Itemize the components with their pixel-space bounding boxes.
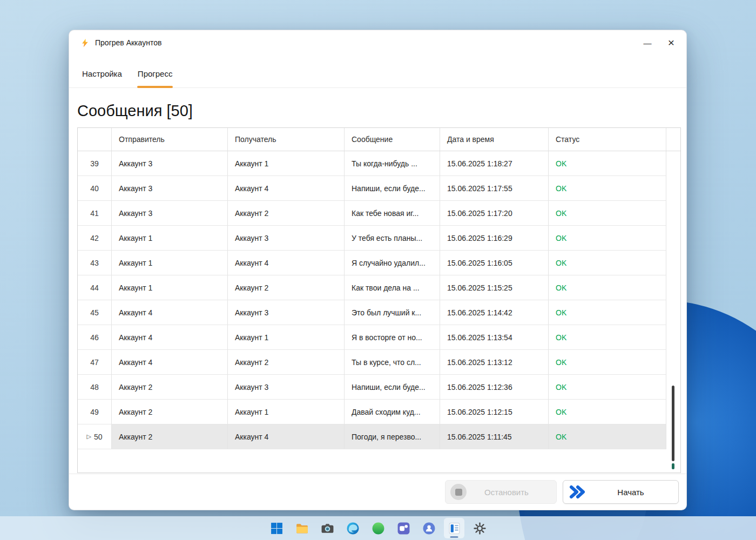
cell-datetime[interactable]: 15.06.2025 1:17:55	[440, 176, 549, 201]
cell-recipient[interactable]: Аккаунт 3	[228, 300, 345, 325]
table-row[interactable]: 45 Аккаунт 4 Аккаунт 3 Это был лучший к.…	[78, 300, 680, 325]
tab-settings[interactable]: Настройка	[82, 69, 123, 87]
row-number-cell[interactable]: 43	[78, 251, 112, 275]
cell-status[interactable]: OK	[549, 251, 666, 275]
cell-status[interactable]: OK	[549, 325, 666, 350]
cell-status[interactable]: OK	[549, 350, 666, 375]
start-taskbar-button[interactable]	[266, 518, 287, 538]
cell-message[interactable]: Как твои дела на ...	[345, 275, 440, 300]
table-row[interactable]: ▷ 50 Аккаунт 2 Аккаунт 4 Погоди, я перез…	[78, 424, 680, 449]
cell-message[interactable]: Я в восторге от но...	[345, 325, 440, 350]
row-number-cell[interactable]: 39	[78, 151, 112, 176]
cell-status[interactable]: OK	[549, 400, 666, 424]
cell-recipient[interactable]: Аккаунт 2	[228, 275, 345, 300]
cell-datetime[interactable]: 15.06.2025 1:15:25	[440, 275, 549, 300]
cell-status[interactable]: OK	[549, 300, 666, 325]
titlebar[interactable]: Прогрев Аккаунтов — ×	[69, 30, 686, 55]
cell-recipient[interactable]: Аккаунт 3	[228, 375, 345, 400]
row-number-cell[interactable]: 42	[78, 226, 112, 251]
cell-datetime[interactable]: 15.06.2025 1:16:05	[440, 251, 549, 275]
tab-progress[interactable]: Прогресс	[137, 69, 173, 87]
start-button[interactable]: Начать	[563, 480, 679, 504]
cell-recipient[interactable]: Аккаунт 1	[228, 325, 345, 350]
row-number-cell[interactable]: 47	[78, 350, 112, 375]
table-row[interactable]: 48 Аккаунт 2 Аккаунт 3 Напиши, если буде…	[78, 375, 680, 400]
header-cell-datetime[interactable]: Дата и время	[440, 128, 549, 151]
table-row[interactable]: 40 Аккаунт 3 Аккаунт 4 Напиши, если буде…	[78, 176, 680, 201]
cell-status[interactable]: OK	[549, 151, 666, 176]
cell-recipient[interactable]: Аккаунт 1	[228, 400, 345, 424]
cell-recipient[interactable]: Аккаунт 4	[228, 424, 345, 449]
cell-sender[interactable]: Аккаунт 4	[112, 350, 228, 375]
table-row[interactable]: 46 Аккаунт 4 Аккаунт 1 Я в восторге от н…	[78, 325, 680, 350]
cell-message[interactable]: Ты в курсе, что сл...	[345, 350, 440, 375]
cell-sender[interactable]: Аккаунт 3	[112, 151, 228, 176]
camera-button[interactable]	[317, 518, 338, 538]
table-row[interactable]: 39 Аккаунт 3 Аккаунт 1 Ты когда-нибудь .…	[78, 151, 680, 176]
cell-message[interactable]: Ты когда-нибудь ...	[345, 151, 440, 176]
table-row[interactable]: 47 Аккаунт 4 Аккаунт 2 Ты в курсе, что с…	[78, 350, 680, 375]
cell-message[interactable]: У тебя есть планы...	[345, 226, 440, 251]
cell-datetime[interactable]: 15.06.2025 1:17:20	[440, 201, 549, 226]
cell-datetime[interactable]: 15.06.2025 1:14:42	[440, 300, 549, 325]
minimize-button[interactable]: —	[636, 30, 659, 55]
cell-sender[interactable]: Аккаунт 1	[112, 226, 228, 251]
cell-status[interactable]: OK	[549, 176, 666, 201]
people-app-button[interactable]	[418, 518, 439, 538]
table-row[interactable]: 41 Аккаунт 3 Аккаунт 2 Как тебе новая иг…	[78, 201, 680, 226]
cell-message[interactable]: Давай сходим куд...	[345, 400, 440, 424]
cell-sender[interactable]: Аккаунт 3	[112, 176, 228, 201]
row-number-cell[interactable]: 48	[78, 375, 112, 400]
row-number-cell[interactable]: 40	[78, 176, 112, 201]
cell-message[interactable]: Я случайно удалил...	[345, 251, 440, 275]
cell-recipient[interactable]: Аккаунт 2	[228, 350, 345, 375]
stop-button[interactable]: Остановить	[445, 480, 557, 504]
cell-message[interactable]: Это был лучший к...	[345, 300, 440, 325]
cell-sender[interactable]: Аккаунт 1	[112, 275, 228, 300]
cell-status[interactable]: OK	[549, 275, 666, 300]
table-row[interactable]: 44 Аккаунт 1 Аккаунт 2 Как твои дела на …	[78, 275, 680, 300]
header-cell-recipient[interactable]: Получатель	[228, 128, 345, 151]
cell-sender[interactable]: Аккаунт 2	[112, 375, 228, 400]
warmup-app-button[interactable]	[444, 518, 464, 538]
table-row[interactable]: 43 Аккаунт 1 Аккаунт 4 Я случайно удалил…	[78, 251, 680, 275]
cell-datetime[interactable]: 15.06.2025 1:18:27	[440, 151, 549, 176]
row-number-cell[interactable]: 49	[78, 400, 112, 424]
header-cell-status[interactable]: Статус	[549, 128, 666, 151]
cell-datetime[interactable]: 15.06.2025 1:12:36	[440, 375, 549, 400]
cell-status[interactable]: OK	[549, 201, 666, 226]
cell-recipient[interactable]: Аккаунт 4	[228, 176, 345, 201]
table-row[interactable]: 49 Аккаунт 2 Аккаунт 1 Давай сходим куд.…	[78, 400, 680, 424]
cell-recipient[interactable]: Аккаунт 1	[228, 151, 345, 176]
scrollbar-thumb[interactable]	[672, 386, 674, 461]
cell-sender[interactable]: Аккаунт 4	[112, 300, 228, 325]
cell-sender[interactable]: Аккаунт 2	[112, 400, 228, 424]
cell-message[interactable]: Напиши, если буде...	[345, 375, 440, 400]
edge-browser-button[interactable]	[342, 518, 363, 538]
row-number-cell[interactable]: ▷ 50	[78, 424, 112, 449]
cell-status[interactable]: OK	[549, 226, 666, 251]
row-number-cell[interactable]: 41	[78, 201, 112, 226]
cell-message[interactable]: Напиши, если буде...	[345, 176, 440, 201]
cell-recipient[interactable]: Аккаунт 2	[228, 201, 345, 226]
header-cell-sender[interactable]: Отправитель	[112, 128, 228, 151]
green-app-button[interactable]	[368, 518, 388, 538]
cell-message[interactable]: Погоди, я перезво...	[345, 424, 440, 449]
cell-sender[interactable]: Аккаунт 1	[112, 251, 228, 275]
table-scrollbar[interactable]	[666, 151, 680, 473]
cell-recipient[interactable]: Аккаунт 3	[228, 226, 345, 251]
table-row[interactable]: 42 Аккаунт 1 Аккаунт 3 У тебя есть планы…	[78, 226, 680, 251]
cell-datetime[interactable]: 15.06.2025 1:13:54	[440, 325, 549, 350]
teams-button[interactable]	[393, 518, 414, 538]
cell-datetime[interactable]: 15.06.2025 1:16:29	[440, 226, 549, 251]
cell-datetime[interactable]: 15.06.2025 1:13:12	[440, 350, 549, 375]
file-explorer-button[interactable]	[292, 518, 312, 538]
cell-sender[interactable]: Аккаунт 3	[112, 201, 228, 226]
cell-datetime[interactable]: 15.06.2025 1:12:15	[440, 400, 549, 424]
cell-recipient[interactable]: Аккаунт 4	[228, 251, 345, 275]
cell-status[interactable]: OK	[549, 424, 666, 449]
row-number-cell[interactable]: 44	[78, 275, 112, 300]
settings-button[interactable]	[469, 518, 490, 538]
cell-status[interactable]: OK	[549, 375, 666, 400]
cell-sender[interactable]: Аккаунт 2	[112, 424, 228, 449]
